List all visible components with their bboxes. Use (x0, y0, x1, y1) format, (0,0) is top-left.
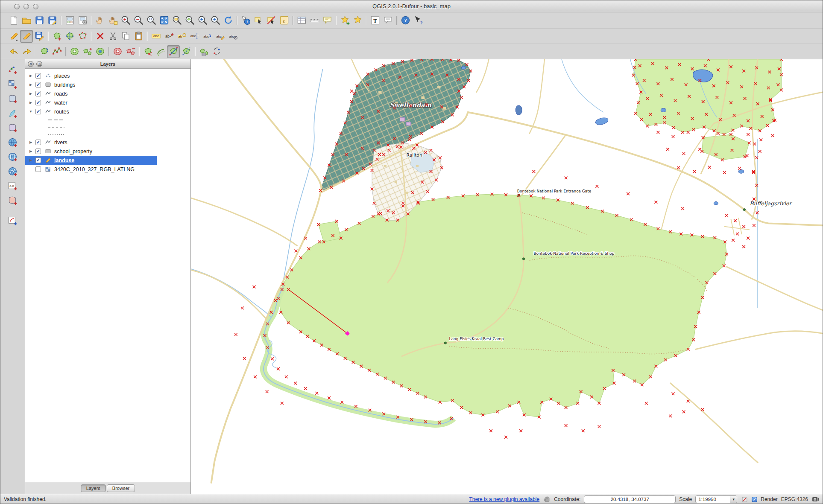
reshape-features-button[interactable] (141, 45, 154, 58)
zoom-out-button[interactable] (132, 14, 145, 27)
deselect-features-button[interactable] (265, 14, 278, 27)
expander-icon[interactable]: ▼ (28, 110, 34, 114)
expander-icon[interactable]: ▶ (28, 158, 34, 162)
layer-item-roads[interactable]: ▶✓roads (25, 89, 190, 98)
scale-combo[interactable]: 1:19950 ▼ (695, 495, 737, 503)
add-oracle-layer-button[interactable] (6, 194, 20, 207)
zoom-in-button[interactable] (119, 14, 132, 27)
new-project-button[interactable] (7, 14, 20, 27)
layer-item-rivers[interactable]: ▶✓rivers (25, 138, 190, 147)
add-delimited-text-layer-button[interactable]: a,b (6, 180, 20, 192)
layer-symbol-item[interactable] (25, 123, 190, 131)
add-wms-layer-button[interactable] (6, 136, 20, 149)
refresh-map-button[interactable] (222, 14, 234, 27)
annotation-button[interactable] (381, 14, 394, 27)
undo-button[interactable] (7, 45, 20, 58)
close-window-button[interactable] (14, 4, 20, 9)
delete-selected-button[interactable] (94, 30, 106, 43)
save-layer-edits-button[interactable] (33, 30, 46, 43)
layer-visibility-checkbox[interactable]: ✓ (35, 157, 41, 163)
new-print-composer-button[interactable] (63, 14, 76, 27)
zoom-window-button[interactable] (33, 4, 38, 9)
layer-visibility-checkbox[interactable]: ✓ (35, 109, 41, 114)
panel-float-button[interactable]: ◳ (36, 61, 42, 67)
toggle-editing-button[interactable] (20, 30, 33, 43)
zoom-last-button[interactable] (196, 14, 209, 27)
layer-visibility-checkbox[interactable]: ✓ (35, 73, 41, 79)
map-canvas[interactable]: SwellendamRailtonBontebok National Park … (191, 59, 823, 494)
expander-icon[interactable]: ▶ (28, 101, 34, 105)
add-raster-layer-button[interactable] (6, 78, 20, 91)
zoom-full-button[interactable] (158, 14, 170, 27)
panel-tab-browser[interactable]: Browser (107, 484, 135, 492)
node-tool-button[interactable] (76, 30, 89, 43)
pin-labels-button[interactable]: ab (162, 30, 175, 43)
redo-button[interactable] (20, 45, 33, 58)
coordinate-input[interactable] (584, 495, 676, 503)
split-parts-button[interactable] (180, 45, 193, 58)
map-tips-button[interactable] (321, 14, 334, 27)
select-features-button[interactable] (252, 14, 265, 27)
layer-symbol-item[interactable] (25, 131, 190, 138)
zoom-to-layer-button[interactable] (183, 14, 196, 27)
cut-features-button[interactable] (106, 30, 119, 43)
add-part-button[interactable] (81, 45, 94, 58)
layer-visibility-checkbox[interactable]: ✓ (35, 91, 41, 96)
rotate-label-button[interactable]: abc (201, 30, 214, 43)
measure-line-button[interactable] (308, 14, 321, 27)
layer-visibility-checkbox[interactable]: ✓ (35, 140, 41, 145)
split-features-button[interactable] (167, 45, 180, 58)
change-label-button[interactable]: abc (214, 30, 226, 43)
layer-item-water[interactable]: ▶✓water (25, 98, 190, 107)
expander-icon[interactable]: ▶ (28, 83, 34, 87)
plugin-link[interactable]: There is a new plugin available (469, 496, 539, 502)
highlight-labels-button[interactable]: ab (175, 30, 188, 43)
expander-icon[interactable]: ▶ (28, 92, 34, 96)
minimize-window-button[interactable] (23, 4, 29, 9)
layer-visibility-checkbox[interactable]: ✓ (35, 149, 41, 154)
add-ring-button[interactable] (68, 45, 81, 58)
expander-icon[interactable]: ▶ (28, 140, 34, 144)
text-annotation-button[interactable]: T (369, 14, 381, 27)
current-edits-button[interactable] (7, 30, 20, 43)
paste-features-button[interactable] (132, 30, 145, 43)
labeling-button[interactable]: abc (149, 30, 162, 43)
render-checkbox[interactable]: ✓ (752, 497, 757, 502)
pan-map-button[interactable] (94, 14, 106, 27)
zoom-to-selection-button[interactable] (170, 14, 183, 27)
run-feature-action-button[interactable]: ε (278, 14, 290, 27)
stop-render-icon[interactable] (741, 495, 748, 503)
whats-this-button[interactable]: ? (412, 14, 425, 27)
show-bookmarks-button[interactable] (351, 14, 364, 27)
expander-icon[interactable]: ▶ (28, 149, 34, 153)
pan-to-selection-button[interactable] (106, 14, 119, 27)
rotate-feature-button[interactable] (38, 45, 50, 58)
help-contents-button[interactable]: ? (399, 14, 412, 27)
move-label-button[interactable]: abc (188, 30, 201, 43)
add-wfs-layer-button[interactable] (6, 165, 20, 178)
layer-visibility-checkbox[interactable]: ✓ (35, 100, 41, 105)
crs-status-icon[interactable] (811, 495, 819, 503)
plugin-icon[interactable] (543, 495, 551, 503)
add-postgis-layer-button[interactable] (6, 93, 20, 105)
chevron-down-icon[interactable]: ▼ (730, 496, 737, 503)
merge-attributes-button[interactable] (197, 45, 210, 58)
new-bookmark-button[interactable] (338, 14, 351, 27)
identify-features-button[interactable]: i (239, 14, 252, 27)
add-feature-button[interactable] (50, 30, 63, 43)
add-spatialite-layer-button[interactable] (6, 107, 20, 120)
move-feature-button[interactable] (63, 30, 76, 43)
zoom-next-button[interactable] (209, 14, 222, 27)
layer-item-3420C_2010_327_RGB_LATLNG[interactable]: 3420C_2010_327_RGB_LATLNG (25, 165, 190, 174)
add-wcs-layer-button[interactable] (6, 151, 20, 163)
add-vector-layer-button[interactable] (6, 64, 20, 76)
layer-item-buildings[interactable]: ▶✓buildings (25, 80, 190, 89)
open-project-button[interactable] (20, 14, 33, 27)
save-project-as-button[interactable] (46, 14, 59, 27)
copy-features-button[interactable] (119, 30, 132, 43)
layer-symbol-item[interactable] (25, 116, 190, 123)
delete-ring-button[interactable] (111, 45, 124, 58)
save-project-button[interactable] (33, 14, 46, 27)
open-attribute-table-button[interactable] (295, 14, 308, 27)
panel-tab-layers[interactable]: Layers (81, 484, 106, 492)
